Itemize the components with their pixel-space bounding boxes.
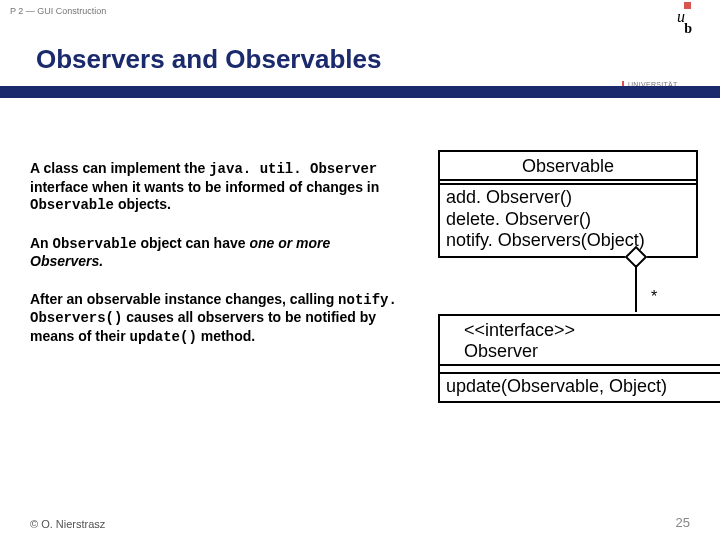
uml-method: delete. Observer() <box>446 209 690 231</box>
paragraph-1: A class can implement the java. util. Ob… <box>30 160 400 215</box>
multiplicity-label: * <box>651 288 657 306</box>
uml-class-observable: Observable add. Observer() delete. Obser… <box>438 150 698 258</box>
p1-code: java. util. Observer <box>209 161 377 177</box>
p1-a: A class can implement the <box>30 160 209 176</box>
title-rule <box>0 86 720 98</box>
p2-a: An <box>30 235 53 251</box>
uml-observable-name: Observable <box>440 152 696 181</box>
logo-square-icon <box>684 2 691 9</box>
footer-copyright: © O. Nierstrasz <box>30 518 105 530</box>
uml-observer-header: <<interface>> Observer <box>440 316 720 366</box>
uml-method: notify. Observers(Object) <box>446 230 690 252</box>
logo-letter-b: b <box>684 21 692 36</box>
p1-b: interface when it wants to be informed o… <box>30 179 379 195</box>
uml-diagram: Observable add. Observer() delete. Obser… <box>438 150 720 403</box>
p2-code: Observable <box>53 236 137 252</box>
uml-stereotype: <<interface>> <box>464 320 720 341</box>
p2-b: object can have <box>137 235 250 251</box>
paragraph-2: An Observable object can have one or mor… <box>30 235 400 271</box>
uml-observer-name: Observer <box>464 341 720 362</box>
breadcrumb: P 2 — GUI Construction <box>10 6 106 16</box>
page-number: 25 <box>676 515 690 530</box>
p3-code2: update() <box>130 329 197 345</box>
university-logo: u b UNIVERSITÄT BERN <box>622 8 692 58</box>
page-title: Observers and Observables <box>36 44 381 75</box>
uml-observable-methods: add. Observer() delete. Observer() notif… <box>440 185 696 256</box>
uml-class-observer: <<interface>> Observer update(Observable… <box>438 314 720 404</box>
body-text: A class can implement the java. util. Ob… <box>30 160 400 366</box>
p1-code2: Observable <box>30 197 114 213</box>
p1-c: objects. <box>114 196 171 212</box>
p3-c: method. <box>197 328 255 344</box>
uml-observer-methods: update(Observable, Object) <box>440 374 720 402</box>
p3-a: After an observable instance changes, ca… <box>30 291 338 307</box>
paragraph-3: After an observable instance changes, ca… <box>30 291 400 347</box>
uml-method: add. Observer() <box>446 187 690 209</box>
uml-method: update(Observable, Object) <box>446 376 720 398</box>
uml-connector: * <box>438 258 698 314</box>
connector-line-icon <box>635 265 637 312</box>
